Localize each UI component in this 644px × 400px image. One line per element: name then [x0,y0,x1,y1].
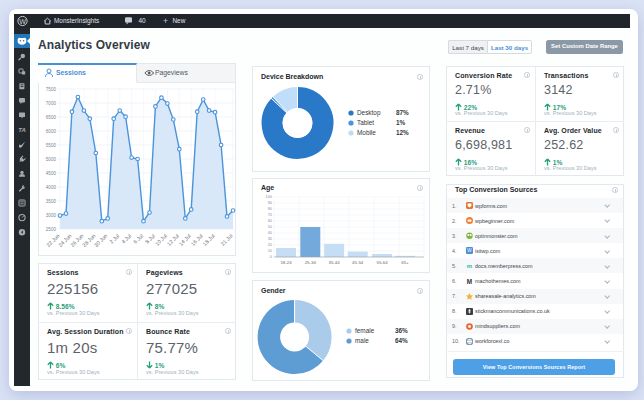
svg-text:14 Jul: 14 Jul [178,233,192,247]
svg-text:4000: 4000 [46,185,57,190]
svg-text:65+: 65+ [401,260,409,265]
svg-text:87%: 87% [396,109,409,116]
svg-text:M: M [467,278,472,285]
svg-text:36%: 36% [395,327,408,334]
svg-text:W: W [19,18,26,25]
svg-text:18-24: 18-24 [280,260,292,265]
svg-text:100: 100 [266,194,273,199]
svg-text:3500: 3500 [46,199,57,204]
svg-text:1%: 1% [396,119,406,126]
svg-text:55-64: 55-64 [376,260,388,265]
svg-text:MonsterInsights: MonsterInsights [54,17,99,25]
svg-text:male: male [355,337,369,344]
svg-text:5500: 5500 [46,143,57,148]
svg-text:50: 50 [268,224,273,229]
svg-text:80: 80 [268,206,273,211]
svg-text:4 Jul: 4 Jul [120,233,132,245]
svg-text:70: 70 [268,212,273,217]
svg-text:10: 10 [268,248,273,253]
svg-text:18 Jul: 18 Jul [202,233,216,247]
svg-text:40: 40 [139,17,147,24]
svg-text:W: W [467,249,472,254]
svg-text:Mobile: Mobile [357,129,376,136]
svg-text:6000: 6000 [46,129,57,134]
svg-text:7500: 7500 [46,87,57,92]
svg-text:30 Jun: 30 Jun [93,233,109,249]
svg-text:16 Jul: 16 Jul [190,233,204,247]
svg-text:6 Jul: 6 Jul [132,233,144,245]
svg-text:m: m [467,263,472,269]
svg-text:40: 40 [268,230,273,235]
svg-text:2 Jul: 2 Jul [108,233,120,245]
svg-text:21 Jul: 21 Jul [219,233,233,247]
svg-text:7000: 7000 [46,101,57,106]
svg-text:12%: 12% [396,129,409,136]
svg-text:30: 30 [268,236,273,241]
svg-text:New: New [173,17,186,24]
svg-text:45-54: 45-54 [352,260,364,265]
svg-text:90: 90 [268,200,273,205]
svg-text:0: 0 [270,254,273,259]
svg-text:5000: 5000 [46,157,57,162]
svg-text:25-34: 25-34 [305,260,317,265]
svg-text:Tablet: Tablet [357,119,374,126]
svg-text:64%: 64% [395,337,408,344]
svg-text:+: + [163,16,168,26]
svg-text:Desktop: Desktop [357,109,381,117]
svg-text:female: female [355,327,375,334]
svg-text:60: 60 [268,218,273,223]
svg-text:35-44: 35-44 [328,260,340,265]
svg-text:20: 20 [268,242,273,247]
svg-text:12 Jul: 12 Jul [166,233,180,247]
svg-text:3000: 3000 [46,213,57,218]
svg-text:4500: 4500 [46,171,57,176]
svg-text:10 Jul: 10 Jul [154,233,168,247]
svg-text:6500: 6500 [46,115,57,120]
svg-text:TA: TA [18,127,26,133]
svg-text:2500: 2500 [46,227,57,232]
